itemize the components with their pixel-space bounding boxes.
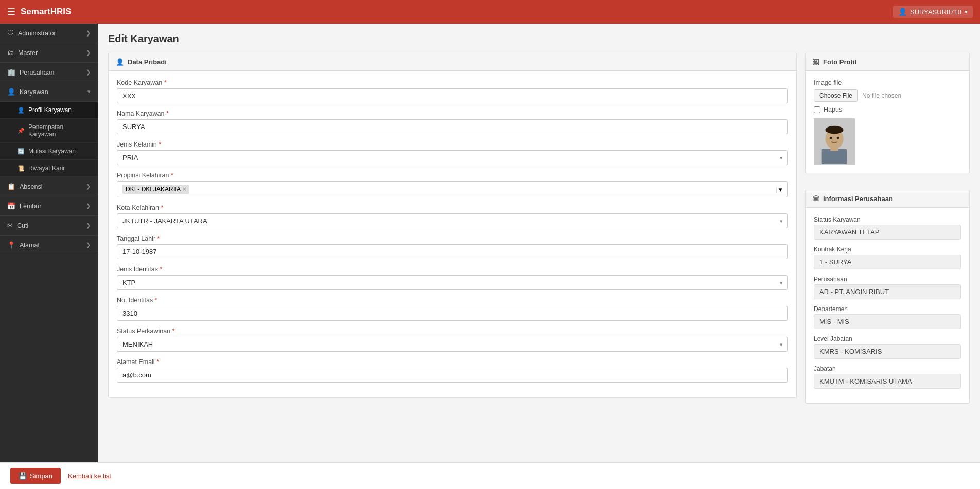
data-pribadi-card: 👤 Data Pribadi Kode Karyawan * XXX [108,53,797,398]
app-title: SemartHRIS [21,7,71,17]
sidebar: 🛡 Administrator ❯ 🗂 Master ❯ 🏢 Perusahaa… [0,24,98,462]
sidebar-item-master[interactable]: 🗂 Master ❯ [0,43,98,63]
value-jabatan: KMUTM - KOMISARIS UTAMA [814,374,961,389]
choose-file-button[interactable]: Choose File [814,89,858,102]
user-menu[interactable]: 👤 SURYASUR8710 ▾ [893,6,973,18]
absensi-icon: 📋 [7,183,15,190]
absensi-chevron-icon: ❯ [86,183,91,190]
user-icon: 👤 [898,8,907,16]
informasi-perusahaan-card: 🏛 Informasi Perusahaan Status Karyawan K… [805,190,970,404]
sidebar-label-lembur: Lembur [20,203,41,210]
sidebar-label-cuti: Cuti [17,222,28,229]
file-input-row: Choose File No file chosen [814,89,961,102]
label-jabatan: Jabatan [814,365,961,372]
field-jenis-kelamin: Jenis Kelamin * PRIA WANITA ▾ [117,141,788,165]
sidebar-item-perusahaan[interactable]: 🏢 Perusahaan ❯ [0,63,98,82]
input-kode-karyawan[interactable]: XXX [117,88,788,103]
sidebar-item-penempatan-karyawan[interactable]: 📌 Penempatan Karyawan [0,119,98,143]
svg-point-4 [825,126,843,134]
hapus-checkbox[interactable] [814,106,820,113]
field-jabatan: Jabatan KMUTM - KOMISARIS UTAMA [814,365,961,389]
sidebar-item-riwayat-karir[interactable]: 📜 Riwayat Karir [0,160,98,177]
riwayat-icon: 📜 [18,165,25,172]
sidebar-label-karyawan: Karyawan [20,88,48,96]
mutasi-icon: 🔄 [18,148,25,155]
foto-profil-body: Image file Choose File No file chosen Ha… [806,71,969,173]
field-nama-karyawan: Nama Karyawan * SURYA [117,110,788,134]
sidebar-item-absensi[interactable]: 📋 Absensi ❯ [0,177,98,196]
input-nama-karyawan[interactable]: SURYA [117,119,788,134]
profile-photo-svg [814,118,854,165]
propinsi-selected-value: DKI - DKI JAKARTA × [122,185,189,194]
karyawan-icon: 👤 [7,88,15,96]
select-jenis-identitas[interactable]: KTP SIM PASPORT [117,275,788,290]
field-kota-kelahiran: Kota Kelahiran * JKTUTR - JAKARTA UTARA … [117,204,788,228]
hapus-label: Hapus [824,106,842,113]
field-status-perkawinan: Status Perkawinan * MENIKAH BELUM MENIKA… [117,328,788,352]
input-no-identitas[interactable]: 3310 [117,306,788,321]
administrator-chevron-icon: ❯ [86,30,91,37]
data-pribadi-body: Kode Karyawan * XXX Nama Karyawan * SURY… [109,71,796,397]
sidebar-item-lembur[interactable]: 📅 Lembur ❯ [0,196,98,216]
label-jenis-identitas: Jenis Identitas * [117,266,788,273]
label-kode-karyawan: Kode Karyawan * [117,79,788,86]
field-kode-karyawan: Kode Karyawan * XXX [117,79,788,103]
master-icon: 🗂 [7,49,14,57]
sidebar-item-administrator[interactable]: 🛡 Administrator ❯ [0,24,98,43]
perusahaan-icon: 🏢 [7,68,15,76]
sidebar-label-perusahaan: Perusahaan [20,69,54,76]
sidebar-label-alamat: Alamat [20,242,40,249]
label-perusahaan: Perusahaan [814,276,961,283]
label-nama-karyawan: Nama Karyawan * [117,110,788,117]
sidebar-item-mutasi-karyawan[interactable]: 🔄 Mutasi Karyawan [0,143,98,160]
select-wrapper-status-perkawinan: MENIKAH BELUM MENIKAH DUDA/JANDA ▾ [117,337,788,352]
field-no-identitas: No. Identitas * 3310 [117,297,788,321]
value-level-jabatan: KMRS - KOMISARIS [814,344,961,359]
sidebar-label-profil-karyawan: Profil Karyawan [28,106,72,114]
label-status-perkawinan: Status Perkawinan * [117,328,788,335]
label-jenis-kelamin: Jenis Kelamin * [117,141,788,148]
field-departemen: Departemen MIS - MIS [814,305,961,329]
sidebar-item-profil-karyawan[interactable]: 👤 Profil Karyawan [0,102,98,119]
kembali-button[interactable]: Kembali ke list [68,472,111,480]
propinsi-tag: DKI - DKI JAKARTA × [122,185,189,194]
label-kota-kelahiran: Kota Kelahiran * [117,204,788,211]
foto-profil-title: Foto Profil [823,58,856,66]
label-status-karyawan: Status Karyawan [814,216,961,223]
value-kontrak-kerja: 1 - SURYA [814,255,961,269]
select-wrapper-jenis-identitas: KTP SIM PASPORT ▾ [117,275,788,290]
simpan-label: Simpan [30,472,52,480]
simpan-button[interactable]: 💾 Simpan [10,468,61,484]
propinsi-arrow-icon: ▾ [779,186,782,193]
input-tanggal-lahir[interactable]: 17-10-1987 [117,244,788,259]
layout: 🛡 Administrator ❯ 🗂 Master ❯ 🏢 Perusahaa… [0,24,980,462]
select-kota-kelahiran[interactable]: JKTUTR - JAKARTA UTARA [117,213,788,228]
hamburger-icon[interactable]: ☰ [7,6,15,17]
sidebar-label-mutasi: Mutasi Karyawan [28,148,76,155]
svg-point-6 [836,137,839,139]
profil-karyawan-icon: 👤 [18,107,25,114]
propinsi-remove-icon[interactable]: × [183,186,186,193]
field-level-jabatan: Level Jabatan KMRS - KOMISARIS [814,335,961,359]
user-chevron-icon: ▾ [965,9,968,15]
data-pribadi-header: 👤 Data Pribadi [109,53,796,71]
label-departemen: Departemen [814,305,961,313]
informasi-perusahaan-icon: 🏛 [813,195,819,203]
sidebar-item-alamat[interactable]: 📍 Alamat ❯ [0,236,98,255]
no-file-text: No file chosen [862,92,901,99]
select-status-perkawinan[interactable]: MENIKAH BELUM MENIKAH DUDA/JANDA [117,337,788,352]
sidebar-item-karyawan[interactable]: 👤 Karyawan ▾ [0,82,98,102]
label-alamat-email: Alamat Email * [117,358,788,366]
foto-profil-card: 🖼 Foto Profil Image file Choose File No … [805,53,970,173]
alamat-icon: 📍 [7,241,15,249]
main-content: Edit Karyawan 👤 Data Pribadi Kode Karyaw… [98,24,980,462]
sidebar-item-cuti[interactable]: ✉ Cuti ❯ [0,216,98,236]
foto-profil-header: 🖼 Foto Profil [806,53,969,71]
topbar: ☰ SemartHRIS 👤 SURYASUR8710 ▾ [0,0,980,24]
cuti-icon: ✉ [7,222,13,229]
input-alamat-email[interactable]: a@b.com [117,368,788,383]
cuti-chevron-icon: ❯ [86,222,91,229]
select-jenis-kelamin[interactable]: PRIA WANITA [117,150,788,165]
select-propinsi-kelahiran[interactable]: DKI - DKI JAKARTA × | ▾ [117,181,788,197]
field-tanggal-lahir: Tanggal Lahir * 17-10-1987 [117,235,788,259]
